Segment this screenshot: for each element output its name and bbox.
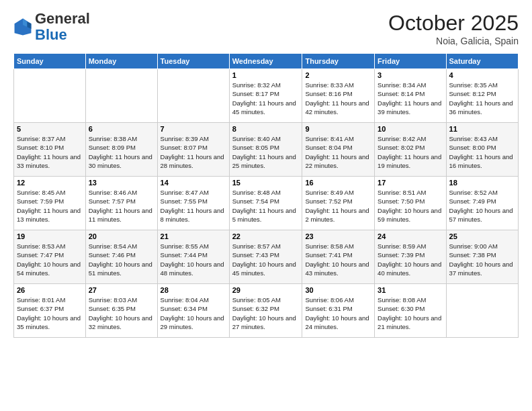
table-row: 5Sunrise: 8:37 AM Sunset: 8:10 PM Daylig… — [14, 123, 86, 177]
day-number: 6 — [89, 125, 154, 133]
day-info: Sunrise: 8:03 AM Sunset: 6:35 PM Dayligh… — [89, 295, 154, 331]
logo-icon — [13, 17, 32, 36]
col-friday: Friday — [375, 54, 446, 69]
table-row: 14Sunrise: 8:47 AM Sunset: 7:55 PM Dayli… — [157, 177, 229, 230]
day-info: Sunrise: 8:59 AM Sunset: 7:39 PM Dayligh… — [378, 242, 443, 277]
day-info: Sunrise: 8:48 AM Sunset: 7:54 PM Dayligh… — [232, 188, 300, 224]
day-info: Sunrise: 8:38 AM Sunset: 8:09 PM Dayligh… — [89, 134, 154, 170]
table-row: 26Sunrise: 8:01 AM Sunset: 6:37 PM Dayli… — [14, 284, 86, 338]
table-row: 12Sunrise: 8:45 AM Sunset: 7:59 PM Dayli… — [14, 177, 86, 230]
day-number: 8 — [232, 125, 300, 133]
calendar-week-row: 19Sunrise: 8:53 AM Sunset: 7:47 PM Dayli… — [14, 230, 519, 284]
day-number: 29 — [232, 286, 300, 294]
day-number: 7 — [161, 125, 226, 133]
day-info: Sunrise: 8:51 AM Sunset: 7:50 PM Dayligh… — [378, 188, 443, 224]
calendar-week-row: 26Sunrise: 8:01 AM Sunset: 6:37 PM Dayli… — [14, 284, 519, 338]
col-sunday: Sunday — [14, 54, 86, 69]
table-row: 4Sunrise: 8:35 AM Sunset: 8:12 PM Daylig… — [446, 69, 518, 123]
col-saturday: Saturday — [446, 54, 518, 69]
day-info: Sunrise: 8:34 AM Sunset: 8:14 PM Dayligh… — [378, 81, 443, 116]
day-number: 16 — [305, 179, 371, 187]
table-row — [14, 69, 86, 123]
day-number: 21 — [161, 232, 226, 240]
calendar-header-row: Sunday Monday Tuesday Wednesday Thursday… — [14, 54, 519, 69]
day-number: 30 — [305, 286, 371, 294]
col-monday: Monday — [85, 54, 157, 69]
day-info: Sunrise: 8:01 AM Sunset: 6:37 PM Dayligh… — [17, 295, 83, 331]
day-info: Sunrise: 8:49 AM Sunset: 7:52 PM Dayligh… — [305, 188, 371, 224]
day-number: 9 — [305, 125, 371, 133]
day-info: Sunrise: 8:42 AM Sunset: 8:02 PM Dayligh… — [378, 134, 443, 170]
day-number: 25 — [449, 232, 515, 240]
day-number: 31 — [378, 286, 443, 294]
table-row: 17Sunrise: 8:51 AM Sunset: 7:50 PM Dayli… — [375, 177, 446, 230]
day-number: 20 — [89, 232, 154, 240]
day-info: Sunrise: 8:39 AM Sunset: 8:07 PM Dayligh… — [161, 134, 226, 170]
day-info: Sunrise: 8:57 AM Sunset: 7:43 PM Dayligh… — [232, 242, 300, 277]
day-number: 28 — [161, 286, 226, 294]
day-number: 19 — [17, 232, 83, 240]
day-info: Sunrise: 8:32 AM Sunset: 8:17 PM Dayligh… — [232, 81, 300, 116]
col-thursday: Thursday — [302, 54, 375, 69]
table-row — [446, 284, 518, 338]
day-number: 2 — [305, 71, 371, 79]
table-row: 20Sunrise: 8:54 AM Sunset: 7:46 PM Dayli… — [85, 230, 157, 284]
day-number: 10 — [378, 125, 443, 133]
table-row: 10Sunrise: 8:42 AM Sunset: 8:02 PM Dayli… — [375, 123, 446, 177]
table-row: 24Sunrise: 8:59 AM Sunset: 7:39 PM Dayli… — [375, 230, 446, 284]
day-number: 13 — [89, 179, 154, 187]
table-row: 25Sunrise: 9:00 AM Sunset: 7:38 PM Dayli… — [446, 230, 518, 284]
day-info: Sunrise: 8:06 AM Sunset: 6:31 PM Dayligh… — [305, 295, 371, 331]
col-wednesday: Wednesday — [229, 54, 302, 69]
day-info: Sunrise: 8:05 AM Sunset: 6:32 PM Dayligh… — [232, 295, 300, 331]
table-row: 15Sunrise: 8:48 AM Sunset: 7:54 PM Dayli… — [229, 177, 302, 230]
table-row: 11Sunrise: 8:43 AM Sunset: 8:00 PM Dayli… — [446, 123, 518, 177]
day-number: 11 — [449, 125, 515, 133]
logo: GeneralBlue — [13, 11, 90, 43]
table-row: 21Sunrise: 8:55 AM Sunset: 7:44 PM Dayli… — [157, 230, 229, 284]
col-tuesday: Tuesday — [157, 54, 229, 69]
header: GeneralBlue October 2025 Noia, Galicia, … — [13, 11, 519, 46]
calendar-table: Sunday Monday Tuesday Wednesday Thursday… — [13, 53, 519, 338]
day-number: 1 — [232, 71, 300, 79]
location-subtitle: Noia, Galicia, Spain — [388, 36, 519, 46]
day-info: Sunrise: 8:43 AM Sunset: 8:00 PM Dayligh… — [449, 134, 515, 170]
table-row: 22Sunrise: 8:57 AM Sunset: 7:43 PM Dayli… — [229, 230, 302, 284]
table-row: 30Sunrise: 8:06 AM Sunset: 6:31 PM Dayli… — [302, 284, 375, 338]
table-row: 7Sunrise: 8:39 AM Sunset: 8:07 PM Daylig… — [157, 123, 229, 177]
table-row: 9Sunrise: 8:41 AM Sunset: 8:04 PM Daylig… — [302, 123, 375, 177]
day-info: Sunrise: 8:58 AM Sunset: 7:41 PM Dayligh… — [305, 242, 371, 277]
day-number: 23 — [305, 232, 371, 240]
table-row: 28Sunrise: 8:04 AM Sunset: 6:34 PM Dayli… — [157, 284, 229, 338]
day-info: Sunrise: 9:00 AM Sunset: 7:38 PM Dayligh… — [449, 242, 515, 277]
day-number: 5 — [17, 125, 83, 133]
day-number: 12 — [17, 179, 83, 187]
day-info: Sunrise: 8:45 AM Sunset: 7:59 PM Dayligh… — [17, 188, 83, 224]
table-row: 8Sunrise: 8:40 AM Sunset: 8:05 PM Daylig… — [229, 123, 302, 177]
day-info: Sunrise: 8:46 AM Sunset: 7:57 PM Dayligh… — [89, 188, 154, 224]
table-row: 27Sunrise: 8:03 AM Sunset: 6:35 PM Dayli… — [85, 284, 157, 338]
day-number: 14 — [161, 179, 226, 187]
day-number: 24 — [378, 232, 443, 240]
table-row: 29Sunrise: 8:05 AM Sunset: 6:32 PM Dayli… — [229, 284, 302, 338]
table-row — [157, 69, 229, 123]
day-info: Sunrise: 8:33 AM Sunset: 8:16 PM Dayligh… — [305, 81, 371, 116]
table-row: 3Sunrise: 8:34 AM Sunset: 8:14 PM Daylig… — [375, 69, 446, 123]
table-row: 1Sunrise: 8:32 AM Sunset: 8:17 PM Daylig… — [229, 69, 302, 123]
table-row: 6Sunrise: 8:38 AM Sunset: 8:09 PM Daylig… — [85, 123, 157, 177]
day-number: 3 — [378, 71, 443, 79]
day-number: 15 — [232, 179, 300, 187]
table-row: 16Sunrise: 8:49 AM Sunset: 7:52 PM Dayli… — [302, 177, 375, 230]
day-info: Sunrise: 8:37 AM Sunset: 8:10 PM Dayligh… — [17, 134, 83, 170]
day-info: Sunrise: 8:53 AM Sunset: 7:47 PM Dayligh… — [17, 242, 83, 277]
calendar-week-row: 5Sunrise: 8:37 AM Sunset: 8:10 PM Daylig… — [14, 123, 519, 177]
day-info: Sunrise: 8:08 AM Sunset: 6:30 PM Dayligh… — [378, 295, 443, 331]
logo-text: GeneralBlue — [35, 11, 90, 43]
table-row: 18Sunrise: 8:52 AM Sunset: 7:49 PM Dayli… — [446, 177, 518, 230]
calendar-week-row: 1Sunrise: 8:32 AM Sunset: 8:17 PM Daylig… — [14, 69, 519, 123]
table-row: 31Sunrise: 8:08 AM Sunset: 6:30 PM Dayli… — [375, 284, 446, 338]
day-info: Sunrise: 8:35 AM Sunset: 8:12 PM Dayligh… — [449, 81, 515, 116]
day-number: 27 — [89, 286, 154, 294]
month-title: October 2025 — [388, 11, 519, 36]
day-info: Sunrise: 8:41 AM Sunset: 8:04 PM Dayligh… — [305, 134, 371, 170]
